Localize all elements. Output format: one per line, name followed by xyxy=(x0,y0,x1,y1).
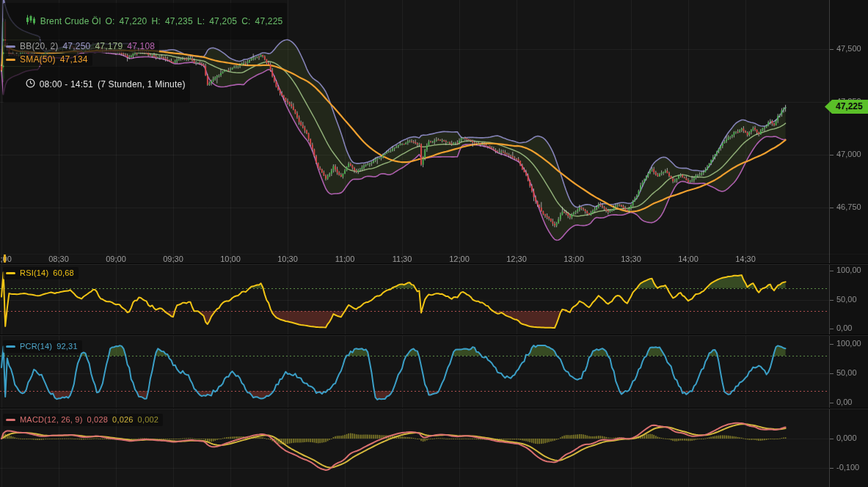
macd-tick-label: -0,100 xyxy=(836,463,859,472)
price-tick-label: 47,000 xyxy=(836,150,861,159)
time-tick-label: 09:30 xyxy=(163,255,183,264)
time-tick-label: 14:30 xyxy=(735,255,756,264)
session-duration: (7 Stunden, 1 Minute) xyxy=(98,79,186,90)
sma-dash-icon xyxy=(6,59,15,61)
bb-dash-icon xyxy=(6,45,15,48)
high-label: H: xyxy=(152,16,161,27)
session-start-marker xyxy=(4,255,6,263)
macd-legend-row[interactable]: MACD(12, 26, 9) 0,028 0,026 0,002 xyxy=(3,414,163,426)
time-tick-label: 09:00 xyxy=(106,255,126,264)
pcr-tick-label: 100,00 xyxy=(836,339,861,348)
bb-lower-value: 47,108 xyxy=(127,41,155,52)
rsi-tick-label: 0,00 xyxy=(836,323,852,333)
sma-label: SMA(50) xyxy=(20,54,56,65)
panel-separator[interactable] xyxy=(0,408,868,409)
open-label: O: xyxy=(106,16,115,27)
pcr-dash-icon xyxy=(6,345,15,348)
low-label: L: xyxy=(197,16,205,27)
time-tick-label: 10:00 xyxy=(220,255,241,264)
rsi-value: 60,68 xyxy=(53,268,74,279)
last-price-badge: 47,225 xyxy=(825,100,868,114)
bb-label: BB(20, 2) xyxy=(20,41,59,52)
session-time-range: 08:00 - 14:51 xyxy=(40,79,93,90)
last-price-value: 47,225 xyxy=(836,101,863,111)
high-value: 47,235 xyxy=(165,16,193,27)
rsi-label: RSI(14) xyxy=(20,268,48,279)
main-chart-legend: Brent Crude Öl O:47,220 H:47,235 L:47,20… xyxy=(3,3,287,103)
time-tick-label: 12:30 xyxy=(506,255,527,264)
macd-histogram-value: 0,002 xyxy=(138,414,159,425)
session-info-row: 08:00 - 14:51 (7 Stunden, 1 Minute) xyxy=(3,67,190,103)
macd-dash-icon xyxy=(6,419,15,421)
time-tick-label: 13:30 xyxy=(621,255,641,264)
sma-value: 47,134 xyxy=(60,54,88,65)
pcr-legend-row[interactable]: PCR(14) 92,31 xyxy=(3,340,82,353)
bb-middle-value: 47,179 xyxy=(95,41,123,52)
pcr-legend[interactable]: PCR(14) 92,31 xyxy=(3,340,82,354)
macd-label: MACD(12, 26, 9) xyxy=(20,414,83,425)
time-tick-label: 12:00 xyxy=(449,255,470,264)
rsi-legend[interactable]: RSI(14) 60,68 xyxy=(3,267,79,280)
price-tick-label: 47,500 xyxy=(836,44,861,54)
time-tick-label: 11:30 xyxy=(393,255,412,264)
bollinger-legend-row[interactable]: BB(20, 2) 47,250 47,179 47,108 xyxy=(3,40,159,53)
rsi-tick-label: 50,00 xyxy=(836,295,857,304)
pcr-label: PCR(14) xyxy=(20,341,52,352)
price-tick-label: 46,750 xyxy=(836,202,861,212)
sma-legend-row[interactable]: SMA(50) 47,134 xyxy=(3,54,92,66)
candlestick-chart-icon xyxy=(6,4,36,39)
close-label: C: xyxy=(241,16,250,27)
macd-value: 0,028 xyxy=(87,414,109,425)
low-value: 47,205 xyxy=(209,16,237,27)
time-tick-label: 11:00 xyxy=(335,255,355,264)
rsi-tick-label: 100,00 xyxy=(836,266,861,275)
pcr-tick-label: 0,00 xyxy=(836,398,852,407)
bb-upper-value: 47,250 xyxy=(63,41,91,52)
clock-icon xyxy=(6,67,35,102)
trading-chart-app: Brent Crude Öl O:47,220 H:47,235 L:47,20… xyxy=(0,0,868,487)
rsi-legend-row[interactable]: RSI(14) 60,68 xyxy=(3,267,79,279)
macd-signal-value: 0,026 xyxy=(112,414,134,425)
time-tick-label: 13:00 xyxy=(564,255,584,264)
pcr-tick-label: 50,00 xyxy=(836,368,857,378)
pcr-value: 92,31 xyxy=(56,341,78,352)
panel-separator[interactable] xyxy=(0,334,868,336)
close-value: 47,225 xyxy=(255,16,283,27)
time-tick-label: 08:30 xyxy=(48,255,69,264)
instrument-legend-row[interactable]: Brent Crude Öl O:47,220 H:47,235 L:47,20… xyxy=(3,3,287,40)
instrument-name: Brent Crude Öl xyxy=(40,16,101,27)
rsi-dash-icon xyxy=(6,272,15,274)
macd-tick-label: 0,000 xyxy=(836,433,857,443)
open-value: 47,220 xyxy=(120,16,147,27)
macd-legend[interactable]: MACD(12, 26, 9) 0,028 0,026 0,002 xyxy=(3,414,163,427)
time-tick-label: 14:00 xyxy=(678,255,699,264)
time-tick-label: 10:30 xyxy=(277,255,298,264)
